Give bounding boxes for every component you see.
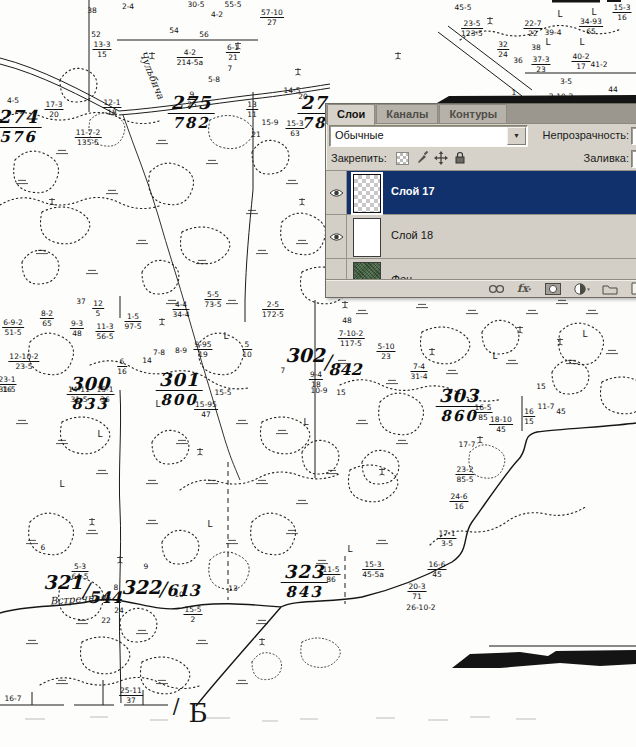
map-fraction-label: 15 — [536, 382, 546, 391]
compartment-number: 302 — [285, 344, 325, 366]
chevron-down-icon[interactable]: ▼ — [507, 127, 526, 145]
map-fraction-label: 12-10-223-5 — [8, 352, 39, 371]
fill-label: Заливка: — [564, 152, 629, 164]
map-fraction-label: 15 — [336, 388, 346, 397]
map-fraction-label: 15-345-5а — [362, 560, 384, 579]
map-fraction-label: 17-320 — [44, 100, 63, 119]
map-fraction-label: 1 — [512, 88, 517, 97]
map-symbol-label: L — [591, 7, 596, 17]
map-fraction-label: 37 — [76, 297, 86, 306]
map-fraction-label: 24 — [114, 606, 124, 615]
map-fraction-label: 616 — [117, 357, 127, 376]
compartment-number: 274576 — [0, 108, 41, 146]
map-fraction-label: 22 — [101, 616, 111, 625]
layer-row[interactable]: Слой 18 — [326, 215, 636, 259]
map-fraction-label: 7 — [228, 64, 233, 73]
compartment-number: 322 — [121, 576, 161, 598]
panel-bottom-bar: fx▾ ▾ — [326, 279, 636, 297]
map-fraction-label: 24-616 — [449, 492, 468, 511]
lock-label: Закрепить: — [331, 152, 387, 164]
map-fraction-label: 20-371 — [407, 582, 426, 601]
map-fraction-label: 40-217 — [571, 52, 590, 71]
map-fraction-label: 3-5 — [560, 77, 572, 86]
opacity-input[interactable]: 1 — [631, 127, 636, 145]
new-group-icon[interactable] — [600, 282, 620, 295]
layer-row[interactable]: Слой 17 — [326, 171, 636, 215]
blend-mode-value: Обычные — [335, 129, 384, 141]
map-symbol-label: L — [557, 9, 562, 19]
map-fraction-label: 36 — [513, 56, 523, 65]
adjustment-layer-icon[interactable]: ▾ — [572, 282, 592, 295]
map-fraction-label: 41-2 — [590, 60, 607, 69]
visibility-toggle[interactable] — [326, 215, 347, 258]
map-fraction-label: 5-364-5 — [71, 562, 88, 581]
map-symbol-label: L — [155, 399, 160, 409]
layer-styles-icon[interactable]: fx▾ — [514, 282, 534, 295]
map-fraction-label: 12-118 — [102, 98, 121, 117]
opacity-label: Непрозрачность: — [534, 129, 629, 141]
lock-position-move-icon[interactable] — [433, 150, 449, 166]
map-fraction-label: 15-316 — [612, 3, 631, 22]
blend-mode-select[interactable]: Обычные ▼ — [329, 125, 528, 147]
map-fraction-label: 15-52 — [183, 605, 202, 624]
layer-thumbnail[interactable] — [353, 218, 381, 257]
map-fraction-label: 9 — [144, 562, 149, 571]
map-fraction-label: 48 — [342, 316, 352, 325]
map-fraction-label: 45-5 — [454, 3, 471, 12]
map-fraction-label: 37-323 — [531, 55, 550, 74]
lock-transparency-icon[interactable] — [394, 150, 410, 166]
map-fraction-label: 1615 — [523, 407, 535, 426]
map-fraction-label: 23-285-5 — [455, 465, 474, 484]
map-fraction-label: 14 — [142, 356, 152, 365]
panel-tab-bar: СлоиКаналыКонтуры — [326, 104, 636, 124]
map-fraction-label: 8-265 — [40, 309, 54, 328]
map-fraction-label: 11-7 — [537, 402, 554, 411]
link-icon[interactable] — [486, 282, 506, 295]
map-fraction-label: 14-1131-5 — [67, 385, 91, 404]
fill-input[interactable]: 1 — [631, 150, 636, 168]
map-fraction-label: 6 — [41, 543, 46, 552]
map-fraction-label: 4-2 — [211, 10, 223, 19]
eye-icon — [329, 188, 344, 198]
map-fraction-label: 11-586 — [321, 565, 340, 584]
map-fraction-label: 510 — [242, 340, 252, 359]
map-fraction-label: 7 — [107, 596, 112, 605]
map-fraction-label: 11-356-5 — [95, 322, 114, 341]
photoshop-workspace: 2745762757822778300833301800303860323843… — [0, 0, 636, 747]
map-fraction-label: 6-121 — [226, 43, 240, 62]
lock-paint-brush-icon[interactable] — [414, 150, 430, 166]
map-fraction-label: 7 — [281, 366, 286, 375]
map-place-label: / — [173, 694, 180, 718]
layer-mask-icon[interactable] — [543, 282, 563, 295]
map-fraction-label: 16 — [2, 385, 12, 394]
layer-row[interactable]: Фон — [326, 259, 636, 280]
map-fraction-label: 1-597-5 — [124, 312, 141, 331]
map-symbol-label: L — [582, 329, 587, 339]
tab-layers[interactable]: Слои — [327, 104, 375, 125]
map-fraction-label: 15-363 — [285, 119, 304, 138]
visibility-toggle[interactable] — [326, 171, 347, 214]
layer-name: Слой 17 — [391, 185, 435, 197]
layer-thumbnail[interactable] — [353, 262, 381, 280]
map-fraction-label: 38 — [87, 6, 97, 15]
lock-all-padlock-icon[interactable] — [452, 150, 468, 166]
map-fraction-label: 20 — [298, 92, 308, 101]
layer-name: Слой 18 — [391, 229, 433, 241]
map-fraction-label: 4-434-4 — [172, 300, 189, 319]
layers-panel: СлоиКаналыКонтуры Обычные ▼ Непрозрачнос… — [325, 103, 636, 298]
compartment-number: 842 — [328, 360, 361, 379]
tab-channels[interactable]: Каналы — [376, 104, 438, 123]
layer-thumbnail[interactable] — [353, 174, 381, 213]
map-fraction-label: 18-1045 — [489, 415, 513, 434]
map-fraction-label: 9-9519 — [193, 340, 212, 359]
map-fraction-label: 11-7-2135-5 — [75, 128, 102, 147]
map-fraction-label: 7-431-4 — [410, 362, 427, 381]
visibility-toggle[interactable] — [326, 259, 347, 280]
map-fraction-label: 15-5 — [214, 388, 231, 397]
map-fraction-label: 45 — [556, 407, 566, 416]
map-symbol-label: L — [97, 429, 102, 439]
tab-paths[interactable]: Контуры — [439, 104, 507, 123]
new-layer-icon[interactable] — [628, 282, 636, 295]
map-fraction-label: 8 — [114, 583, 119, 592]
map-fraction-label: 7-8 — [153, 348, 165, 357]
